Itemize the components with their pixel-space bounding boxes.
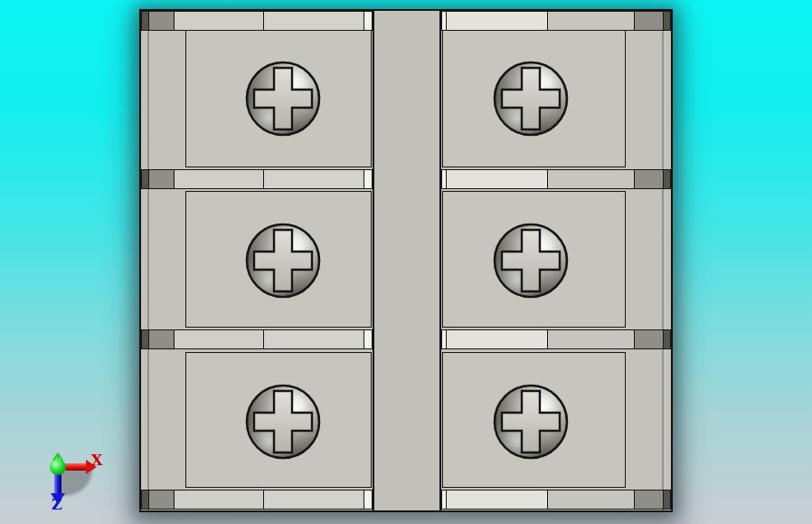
rail-segment	[263, 11, 365, 31]
rail-band-right-1	[441, 11, 671, 31]
axis-triad: X Z	[36, 443, 118, 520]
rail-segment	[263, 490, 365, 510]
chamfer-strip	[364, 11, 373, 31]
corner-block	[634, 329, 665, 349]
cad-viewport[interactable]: X Z	[0, 0, 812, 524]
x-axis-arrow	[65, 463, 87, 471]
origin-ball-icon	[50, 459, 66, 475]
phillips-screw[interactable]	[245, 61, 321, 137]
rail-segment	[174, 329, 265, 349]
terminal-plate[interactable]	[442, 352, 626, 488]
terminal-plate[interactable]	[442, 191, 626, 328]
rail-segment	[547, 169, 636, 189]
rail-band-left-4	[141, 490, 373, 510]
corner-block	[148, 329, 175, 349]
chamfer-strip	[364, 329, 373, 349]
terminal-plate[interactable]	[185, 352, 372, 488]
phillips-screw[interactable]	[245, 223, 321, 299]
rail-band-left-1	[141, 11, 373, 31]
rail-band-right-2	[441, 169, 671, 189]
x-axis-label: X	[91, 453, 102, 468]
corner-block	[634, 490, 665, 510]
corner-block	[634, 169, 665, 189]
rail-segment	[174, 169, 265, 189]
rail-segment	[174, 11, 265, 31]
rail-segment	[446, 490, 549, 510]
corner-block	[634, 11, 665, 31]
rail-segment	[446, 169, 549, 189]
corner-block	[148, 490, 175, 510]
rail-band-left-2	[141, 169, 373, 189]
phillips-screw[interactable]	[493, 384, 569, 460]
rail-segment	[263, 329, 365, 349]
chamfer-strip	[364, 490, 373, 510]
rail-band-right-3	[441, 329, 671, 349]
rail-segment	[263, 169, 365, 189]
rail-segment	[547, 329, 636, 349]
edge-dark-block	[663, 329, 671, 349]
corner-block	[148, 11, 175, 31]
phillips-screw[interactable]	[493, 223, 569, 299]
phillips-screw[interactable]	[245, 384, 321, 460]
rail-band-left-3	[141, 329, 373, 349]
edge-dark-block	[663, 490, 671, 510]
phillips-screw[interactable]	[493, 61, 569, 137]
rail-segment	[547, 490, 636, 510]
rail-segment	[446, 11, 549, 31]
z-axis-label: Z	[52, 498, 62, 512]
right-edge-chamfer-line	[662, 11, 664, 510]
central-rail	[373, 11, 441, 510]
chamfer-strip	[364, 169, 373, 189]
rail-segment	[174, 490, 265, 510]
left-edge-chamfer-line	[147, 11, 149, 510]
terminal-plate[interactable]	[185, 191, 372, 328]
terminal-plate[interactable]	[442, 30, 626, 167]
terminal-block-model[interactable]	[139, 9, 673, 512]
edge-dark-block	[663, 11, 671, 31]
rail-segment	[446, 329, 549, 349]
corner-block	[148, 169, 175, 189]
terminal-plate[interactable]	[185, 30, 372, 167]
rail-segment	[547, 11, 636, 31]
edge-dark-block	[663, 169, 671, 189]
rail-band-right-4	[441, 490, 671, 510]
